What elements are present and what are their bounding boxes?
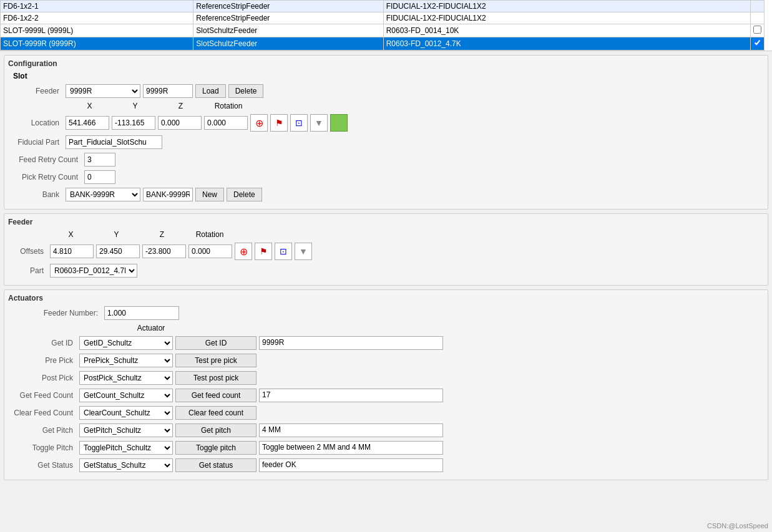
offset-z-input[interactable] xyxy=(142,244,186,258)
zoom-location-btn[interactable]: ⊡ xyxy=(290,114,308,132)
table-cell-type: ReferenceStripFeeder xyxy=(193,12,383,24)
table-cell-part: FIDUCIAL-1X2-FIDUCIAL1X2 xyxy=(383,12,750,24)
table-cell-part: R0603-FD_0014_10K xyxy=(383,24,750,37)
actuator-row: Get Feed CountGetCount_SchultzGet feed c… xyxy=(8,389,764,402)
feeder-text-input[interactable] xyxy=(143,84,193,98)
actuator-row: Clear Feed CountClearCount_SchultzClear … xyxy=(8,406,764,420)
table-row[interactable]: SLOT-9999L (9999L)SlotSchultzFeederR0603… xyxy=(1,24,772,37)
actuator-select[interactable]: PostPick_Schultz xyxy=(79,371,173,385)
feeder-table-area: FD6-1x2-1ReferenceStripFeederFIDUCIAL-1X… xyxy=(0,0,772,51)
feeder-number-label: Feeder Number: xyxy=(8,309,102,317)
offset-x-input[interactable] xyxy=(50,244,94,258)
feeder-dropdown[interactable]: 9999R xyxy=(66,84,140,98)
location-rot-input[interactable] xyxy=(204,116,248,130)
actuator-select[interactable]: TogglePitch_Schultz xyxy=(79,441,173,455)
location-x-input[interactable] xyxy=(66,116,109,130)
table-cell-checkbox[interactable] xyxy=(751,37,765,51)
table-cell-type: SlotSchultzFeeder xyxy=(193,37,383,51)
feed-retry-row: Feed Retry Count xyxy=(13,153,764,167)
table-cell-checkbox[interactable] xyxy=(751,24,765,37)
location-z-input[interactable] xyxy=(158,116,202,130)
bank-dropdown[interactable]: BANK-9999R xyxy=(66,188,140,201)
table-cell-name: SLOT-9999R (9999R) xyxy=(1,37,193,51)
feed-retry-input[interactable] xyxy=(84,153,115,167)
feeder-number-input[interactable] xyxy=(104,306,179,320)
capture-location-btn[interactable]: ⊕ xyxy=(250,114,268,132)
actuator-label-text: Toggle Pitch xyxy=(8,443,77,452)
actuator-output: feeder OK xyxy=(259,458,443,472)
actuator-select[interactable]: PrePick_Schultz xyxy=(79,354,173,367)
pick-retry-label: Pick Retry Count xyxy=(13,173,82,181)
table-row[interactable]: FD6-1x2-1ReferenceStripFeederFIDUCIAL-1X… xyxy=(1,1,772,12)
move-to-location-btn[interactable]: ⚑ xyxy=(270,114,288,132)
green-square-btn[interactable] xyxy=(330,114,348,132)
capture-offset-btn[interactable]: ⊕ xyxy=(235,243,252,260)
table-cell-name: SLOT-9999L (9999L) xyxy=(1,24,193,37)
load-button[interactable]: Load xyxy=(195,84,226,98)
configuration-section: Configuration Slot Feeder 9999R Load Del… xyxy=(4,55,768,210)
actuator-row: Toggle PitchTogglePitch_SchultzToggle pi… xyxy=(8,441,764,455)
bank-row: Bank BANK-9999R New Delete xyxy=(13,188,764,201)
actuator-select[interactable]: GetID_Schultz xyxy=(79,336,173,350)
feeder-label: Feeder xyxy=(13,87,63,95)
delete-button-2[interactable]: Delete xyxy=(227,188,262,201)
offset-rot-input[interactable] xyxy=(188,244,232,258)
actuator-select[interactable]: ClearCount_Schultz xyxy=(79,406,173,420)
fiducial-input[interactable] xyxy=(66,135,162,149)
location-row: Location ⊕ ⚑ ⊡ ▼ xyxy=(13,114,764,132)
pick-retry-input[interactable] xyxy=(84,170,115,184)
filter-location-btn[interactable]: ▼ xyxy=(310,114,328,132)
feeder-table: FD6-1x2-1ReferenceStripFeederFIDUCIAL-1X… xyxy=(0,0,772,51)
part-dropdown[interactable]: R0603-FD_0012_4.7K xyxy=(50,264,137,278)
new-button[interactable]: New xyxy=(195,188,224,201)
table-cell-type: ReferenceStripFeeder xyxy=(193,1,383,12)
actuator-action-button[interactable]: Get status xyxy=(175,458,257,472)
move-offset-btn[interactable]: ⚑ xyxy=(255,243,272,260)
feeder-title: Feeder xyxy=(8,218,764,226)
feeder-rot-header: Rotation xyxy=(185,230,235,239)
actuator-output: 9999R xyxy=(259,336,443,350)
actuator-output: 4 MM xyxy=(259,423,443,437)
actuator-action-button[interactable]: Clear feed count xyxy=(175,406,257,420)
slot-section: Slot Feeder 9999R Load Delete X Y Z Rota… xyxy=(13,72,764,201)
actuator-action-button[interactable]: Test pre pick xyxy=(175,354,257,367)
actuators-section: Actuators Feeder Number: Actuator Get ID… xyxy=(4,289,768,480)
actuator-output: 17 xyxy=(259,389,443,402)
feeder-number-row: Feeder Number: xyxy=(8,306,764,320)
actuator-label-text: Get Pitch xyxy=(8,426,77,435)
actuator-label-text: Pre Pick xyxy=(8,356,77,365)
offsets-row: Offsets ⊕ ⚑ ⊡ ▼ xyxy=(13,243,764,260)
actuator-action-button[interactable]: Get ID xyxy=(175,336,257,350)
fiducial-label: Fiducial Part xyxy=(13,138,63,147)
actuator-action-button[interactable]: Get pitch xyxy=(175,423,257,437)
rotation-col-header: Rotation xyxy=(203,102,253,110)
actuator-select[interactable]: GetPitch_Schultz xyxy=(79,423,173,437)
table-row[interactable]: FD6-1x2-2ReferenceStripFeederFIDUCIAL-1X… xyxy=(1,12,772,24)
zoom-offset-btn[interactable]: ⊡ xyxy=(275,243,292,260)
actuator-select[interactable]: GetCount_Schultz xyxy=(79,389,173,402)
actuator-label-text: Get ID xyxy=(8,339,77,347)
actuator-row: Post PickPostPick_SchultzTest post pick xyxy=(8,371,764,385)
watermark: CSDN:@LostSpeed xyxy=(707,522,768,530)
location-y-input[interactable] xyxy=(112,116,155,130)
part-label: Part xyxy=(13,266,47,275)
table-cell-part: R0603-FD_0012_4.7K xyxy=(383,37,750,51)
actuator-action-button[interactable]: Get feed count xyxy=(175,389,257,402)
actuator-row: Get IDGetID_SchultzGet ID9999R xyxy=(8,336,764,350)
fiducial-row: Fiducial Part xyxy=(13,135,764,149)
feeder-z-header: Z xyxy=(139,230,185,239)
feeder-coord-headers: X Y Z Rotation xyxy=(48,230,764,239)
bank-text-input[interactable] xyxy=(143,188,193,201)
actuator-action-button[interactable]: Test post pick xyxy=(175,371,257,385)
actuator-action-button[interactable]: Toggle pitch xyxy=(175,441,257,455)
z-col-header: Z xyxy=(158,102,203,110)
table-row[interactable]: SLOT-9999R (9999R)SlotSchultzFeederR0603… xyxy=(1,37,772,51)
actuator-col-header: Actuator xyxy=(104,324,198,332)
offset-y-input[interactable] xyxy=(96,244,140,258)
table-cell-checkbox[interactable] xyxy=(751,1,765,12)
filter-offset-btn[interactable]: ▼ xyxy=(295,243,312,260)
actuator-select[interactable]: GetStatus_Schultz xyxy=(79,458,173,472)
table-cell-checkbox[interactable] xyxy=(751,12,765,24)
feeder-row: Feeder 9999R Load Delete xyxy=(13,84,764,98)
delete-button-1[interactable]: Delete xyxy=(228,84,264,98)
